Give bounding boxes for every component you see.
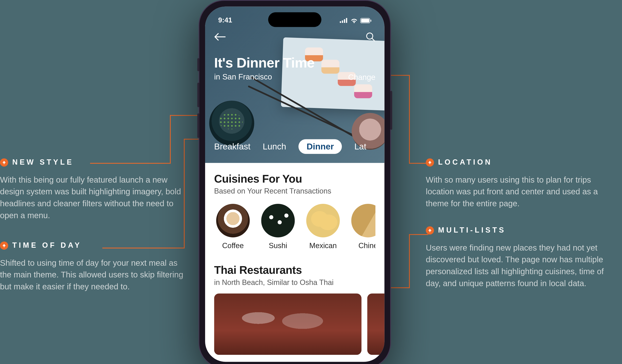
- annotation-body: Users were finding new places they had n…: [426, 242, 610, 289]
- section2-title: Thai Restaurants: [214, 264, 375, 277]
- cellular-icon: [340, 18, 348, 23]
- chinese-icon: [351, 204, 375, 237]
- cuisine-coffee[interactable]: Coffee: [214, 204, 252, 250]
- content-area: Cuisines For You Based on Your Recent Tr…: [205, 163, 385, 355]
- arrow-up-icon: [426, 226, 434, 234]
- cuisine-row[interactable]: Coffee Sushi Mexican Chine: [214, 204, 375, 250]
- svg-point-11: [367, 33, 373, 39]
- annotation-new-style: NEW STYLE With this being our fully feat…: [0, 158, 184, 221]
- tab-breakfast[interactable]: Breakfast: [214, 139, 251, 154]
- phone-mockup: 9:41: [199, 0, 391, 364]
- annotation-body: With this being our fully featured launc…: [0, 174, 184, 221]
- svg-rect-4: [340, 21, 341, 23]
- dynamic-island: [268, 12, 321, 27]
- tab-dinner[interactable]: Dinner: [298, 139, 342, 154]
- arrow-up-icon: [426, 158, 434, 166]
- cuisine-label: Coffee: [222, 241, 244, 250]
- svg-line-12: [372, 38, 375, 41]
- annotation-title: NEW STYLE: [12, 158, 74, 167]
- mexican-icon: [306, 204, 340, 237]
- restaurant-card[interactable]: [367, 293, 385, 355]
- arrow-up-icon: [0, 158, 8, 166]
- annotations-right: LOCATION With so many users using this t…: [426, 158, 610, 306]
- cuisine-sushi[interactable]: Sushi: [259, 204, 297, 250]
- hero-area: It's Dinner Time in San Francisco Change…: [205, 6, 385, 163]
- annotation-location: LOCATION With so many users using this t…: [426, 158, 610, 210]
- annotation-title: TIME OF DAY: [12, 241, 82, 250]
- coffee-icon: [216, 204, 250, 237]
- annotation-title: LOCATION: [438, 158, 492, 167]
- svg-rect-6: [344, 19, 345, 23]
- hero-title: It's Dinner Time: [214, 55, 314, 71]
- design-overview: NEW STYLE With this being our fully feat…: [0, 0, 622, 364]
- hero-subtitle: in San Francisco: [214, 72, 314, 81]
- annotations-left: NEW STYLE With this being our fully feat…: [0, 158, 184, 309]
- wifi-icon: [350, 18, 358, 23]
- cuisine-mexican[interactable]: Mexican: [304, 204, 342, 250]
- svg-rect-10: [370, 19, 371, 21]
- cuisine-label: Mexican: [309, 241, 337, 250]
- cuisine-label: Chine: [358, 241, 375, 250]
- annotation-body: Shifted to using time of day for your ne…: [0, 257, 184, 293]
- battery-icon: [360, 18, 371, 23]
- svg-rect-7: [346, 18, 347, 23]
- sushi-icon: [261, 204, 295, 237]
- svg-rect-9: [361, 19, 369, 22]
- svg-rect-5: [342, 20, 343, 23]
- cuisines-subtitle: Based on Your Recent Transactions: [214, 187, 375, 196]
- tab-late[interactable]: Lat: [354, 139, 366, 154]
- annotation-multi-lists: MULTI-LISTS Users were finding new place…: [426, 226, 610, 289]
- annotation-title: MULTI-LISTS: [438, 226, 506, 235]
- status-time: 9:41: [218, 16, 232, 24]
- change-location-button[interactable]: Change: [348, 73, 375, 82]
- cuisines-title: Cuisines For You: [214, 173, 375, 185]
- back-button[interactable]: [214, 33, 226, 41]
- meal-tabs: Breakfast Lunch Dinner Lat: [205, 139, 385, 154]
- tab-lunch[interactable]: Lunch: [263, 139, 286, 154]
- annotation-time-of-day: TIME OF DAY Shifted to using time of day…: [0, 241, 184, 293]
- app-screen: 9:41: [205, 6, 385, 362]
- cuisine-chinese[interactable]: Chine: [349, 204, 375, 250]
- section2-subtitle: in North Beach, Similar to Osha Thai: [214, 278, 375, 287]
- restaurant-card-row[interactable]: [214, 293, 375, 355]
- annotation-body: With so many users using this to plan fo…: [426, 174, 610, 210]
- arrow-up-icon: [0, 241, 8, 249]
- cuisine-label: Sushi: [269, 241, 287, 250]
- search-button[interactable]: [366, 32, 375, 42]
- restaurant-card[interactable]: [214, 293, 362, 355]
